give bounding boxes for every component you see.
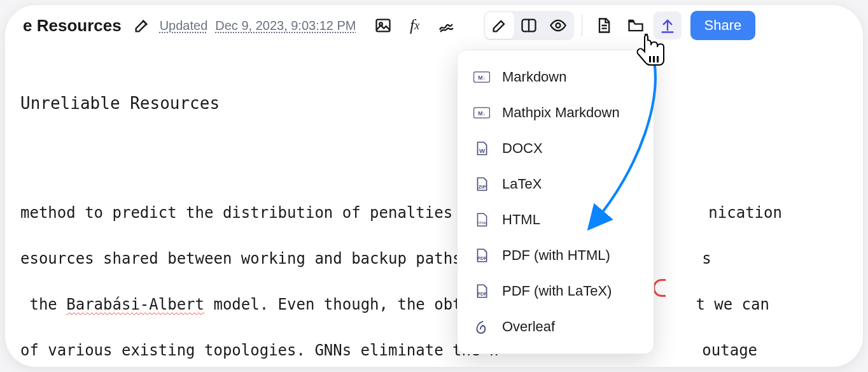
svg-text:M↓: M↓ xyxy=(478,75,486,81)
svg-text:W: W xyxy=(479,147,486,154)
export-button[interactable] xyxy=(654,11,682,39)
svg-rect-0 xyxy=(376,20,389,32)
separator xyxy=(582,15,582,36)
export-docx[interactable]: W DOCX xyxy=(458,131,654,166)
svg-text:ZIP: ZIP xyxy=(479,184,486,190)
body-line: esources shared between working and back… xyxy=(20,247,848,270)
doc-heading: Unreliable Resources xyxy=(20,92,848,115)
app-card: e Resources Updated Dec 9, 2023, 9:03:12… xyxy=(5,5,863,367)
svg-point-4 xyxy=(556,24,560,28)
docx-icon: W xyxy=(473,140,491,157)
updated-label: Updated xyxy=(160,18,208,33)
html-icon: HTML xyxy=(473,211,491,229)
pdf-icon: PDF xyxy=(473,282,491,300)
view-mode-group xyxy=(484,11,574,40)
edit-mode-icon[interactable] xyxy=(485,12,514,39)
export-html[interactable]: HTML HTML xyxy=(458,202,654,238)
body-line: of various existing topologies. GNNs eli… xyxy=(20,339,848,362)
top-toolbar: e Resources Updated Dec 9, 2023, 9:03:12… xyxy=(5,5,863,46)
export-item-label: PDF (with HTML) xyxy=(502,247,610,264)
body-line: method to predict the distribution of pe… xyxy=(20,201,848,224)
svg-text:M↓: M↓ xyxy=(478,110,486,117)
export-latex[interactable]: ZIP LaTeX xyxy=(458,166,654,202)
export-pdf-html[interactable]: PDF PDF (with HTML) xyxy=(458,238,654,273)
share-button[interactable]: Share xyxy=(690,11,756,40)
export-overleaf[interactable]: Overleaf xyxy=(458,309,654,345)
export-item-label: Overleaf xyxy=(502,318,555,335)
export-item-label: Mathpix Markdown xyxy=(502,104,620,121)
svg-text:PDF: PDF xyxy=(477,291,487,297)
timestamp: Dec 9, 2023, 9:03:12 PM xyxy=(215,18,356,33)
scribble-icon[interactable] xyxy=(433,11,461,39)
document-title: e Resources xyxy=(23,16,122,36)
markdown-icon: M↓ xyxy=(473,68,491,86)
svg-rect-18 xyxy=(657,56,659,62)
pdf-icon: PDF xyxy=(473,247,491,264)
split-view-icon[interactable] xyxy=(514,12,543,39)
export-dropdown: M↓ Markdown M↓ Mathpix Markdown W DOCX Z… xyxy=(457,50,654,354)
export-item-label: Markdown xyxy=(502,69,566,85)
overleaf-icon xyxy=(473,318,491,336)
formula-icon[interactable]: fx xyxy=(401,11,429,39)
svg-text:HTML: HTML xyxy=(477,221,487,225)
export-mathpix-markdown[interactable]: M↓ Mathpix Markdown xyxy=(458,95,654,131)
export-markdown[interactable]: M↓ Markdown xyxy=(458,59,654,95)
preview-icon[interactable] xyxy=(543,12,573,39)
document-icon[interactable] xyxy=(590,11,618,39)
body-line: the Barabási-Albert model. Even though, … xyxy=(20,293,848,316)
export-item-label: HTML xyxy=(502,211,540,228)
folder-icon[interactable] xyxy=(622,11,650,39)
image-icon[interactable] xyxy=(369,11,397,39)
markdown-icon: M↓ xyxy=(473,104,491,122)
export-item-label: PDF (with LaTeX) xyxy=(502,283,612,299)
editor-content[interactable]: Unreliable Resources method to predict t… xyxy=(5,69,863,367)
edit-title-icon[interactable] xyxy=(128,11,156,39)
export-item-label: LaTeX xyxy=(502,176,542,192)
export-item-label: DOCX xyxy=(502,140,543,157)
zip-icon: ZIP xyxy=(473,175,491,193)
svg-text:PDF: PDF xyxy=(477,255,487,261)
export-pdf-latex[interactable]: PDF PDF (with LaTeX) xyxy=(458,273,654,309)
